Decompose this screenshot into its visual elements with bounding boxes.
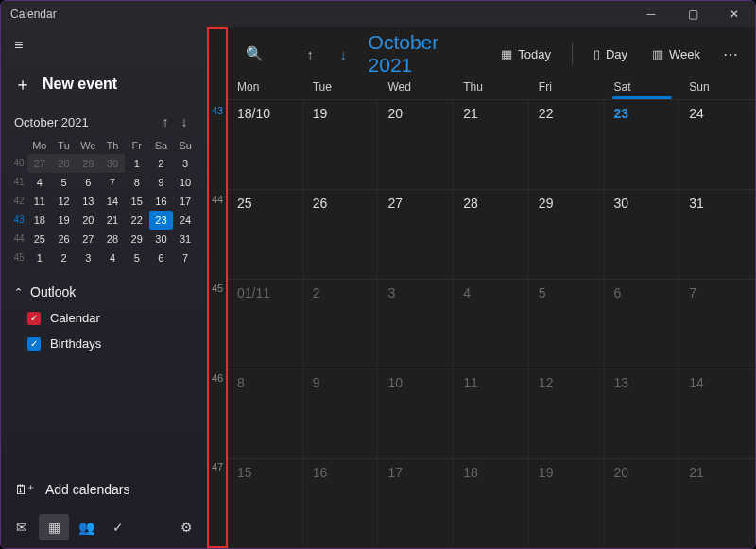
day-cell[interactable]: 15 xyxy=(228,459,303,548)
day-cell[interactable]: 2 xyxy=(303,280,379,369)
day-cell[interactable]: 30 xyxy=(605,190,680,279)
day-cell[interactable]: 20 xyxy=(378,100,454,189)
day-cell[interactable]: 5 xyxy=(529,280,605,369)
day-cell[interactable]: 17 xyxy=(378,459,454,548)
mini-day-cell[interactable]: 7 xyxy=(173,249,198,267)
mini-day-cell[interactable]: 24 xyxy=(173,211,198,230)
mini-day-cell[interactable]: 9 xyxy=(149,173,174,192)
day-cell[interactable]: 13 xyxy=(605,369,680,458)
day-view-button[interactable]: ▯Day xyxy=(586,43,635,65)
mini-day-cell[interactable]: 16 xyxy=(149,192,174,211)
day-cell[interactable]: 22 xyxy=(529,100,605,189)
next-period-arrow[interactable]: ↓ xyxy=(332,41,355,67)
day-cell[interactable]: 4 xyxy=(454,280,529,369)
day-cell[interactable]: 14 xyxy=(679,369,755,458)
day-cell[interactable]: 11 xyxy=(454,369,529,458)
mini-day-cell[interactable]: 2 xyxy=(149,154,174,173)
mini-day-cell[interactable]: 12 xyxy=(52,192,77,211)
day-cell[interactable]: 3 xyxy=(378,280,454,369)
mini-day-cell[interactable]: 22 xyxy=(125,211,149,230)
day-cell[interactable]: 01/11 xyxy=(228,280,303,369)
calendar-icon[interactable]: ▦ xyxy=(39,514,69,540)
mini-day-cell[interactable]: 28 xyxy=(52,154,77,173)
settings-icon[interactable]: ⚙ xyxy=(171,514,201,540)
mini-day-cell[interactable]: 3 xyxy=(76,249,100,267)
day-cell[interactable]: 31 xyxy=(679,190,755,279)
mini-next-month[interactable]: ↓ xyxy=(175,114,194,129)
new-event-button[interactable]: ＋ New event xyxy=(1,63,207,105)
mini-day-cell[interactable]: 30 xyxy=(100,154,125,173)
checkbox-icon[interactable]: ✓ xyxy=(27,337,41,351)
day-cell[interactable]: 20 xyxy=(605,459,680,548)
mini-day-cell[interactable]: 4 xyxy=(27,173,52,192)
mini-day-cell[interactable]: 3 xyxy=(173,154,198,173)
mini-day-cell[interactable]: 17 xyxy=(173,192,198,211)
day-cell[interactable]: 18 xyxy=(454,459,529,548)
day-cell[interactable]: 25 xyxy=(228,190,303,279)
day-cell[interactable]: 9 xyxy=(303,369,379,458)
mini-day-cell[interactable]: 8 xyxy=(125,173,149,192)
day-cell[interactable]: 6 xyxy=(605,280,680,369)
month-title[interactable]: October 2021 xyxy=(369,31,475,77)
week-view-button[interactable]: ▥Week xyxy=(644,43,708,65)
prev-period-arrow[interactable]: ↑ xyxy=(299,41,322,67)
day-cell[interactable]: 27 xyxy=(378,190,454,279)
hamburger-menu[interactable]: ≡ xyxy=(1,27,207,63)
mini-day-cell[interactable]: 27 xyxy=(76,230,100,249)
mini-day-cell[interactable]: 28 xyxy=(100,230,125,249)
mini-day-cell[interactable]: 13 xyxy=(76,192,100,211)
search-icon[interactable]: 🔍 xyxy=(243,41,266,67)
day-cell[interactable]: 12 xyxy=(529,369,605,458)
day-cell[interactable]: 19 xyxy=(303,100,379,189)
day-cell[interactable]: 19 xyxy=(529,459,605,548)
today-button[interactable]: ▦Today xyxy=(493,43,558,65)
mini-day-cell[interactable]: 2 xyxy=(52,249,77,267)
day-cell[interactable]: 28 xyxy=(454,190,529,279)
mini-day-cell[interactable]: 6 xyxy=(149,249,174,267)
day-cell[interactable]: 26 xyxy=(303,190,379,279)
mini-day-cell[interactable]: 15 xyxy=(125,192,149,211)
day-cell[interactable]: 16 xyxy=(303,459,379,548)
mini-day-cell[interactable]: 23 xyxy=(149,211,174,230)
day-cell[interactable]: 29 xyxy=(529,190,605,279)
day-cell[interactable]: 21 xyxy=(679,459,755,548)
calendar-list-item[interactable]: ✓ Calendar xyxy=(1,305,207,331)
mini-day-cell[interactable]: 30 xyxy=(149,230,174,249)
day-cell[interactable]: 10 xyxy=(378,369,454,458)
day-cell[interactable]: 8 xyxy=(228,369,303,458)
day-cell[interactable]: 24 xyxy=(679,100,755,189)
mini-day-cell[interactable]: 21 xyxy=(100,211,125,230)
mini-day-cell[interactable]: 1 xyxy=(27,249,52,267)
todo-icon[interactable]: ✓ xyxy=(103,514,133,540)
mini-day-cell[interactable]: 31 xyxy=(173,230,198,249)
mini-day-cell[interactable]: 11 xyxy=(27,192,52,211)
checkbox-icon[interactable]: ✓ xyxy=(27,312,41,325)
mini-day-cell[interactable]: 14 xyxy=(100,192,125,211)
mini-day-cell[interactable]: 29 xyxy=(125,230,149,249)
mini-day-cell[interactable]: 26 xyxy=(52,230,77,249)
day-cell[interactable]: 7 xyxy=(679,280,755,369)
mini-day-cell[interactable]: 20 xyxy=(76,211,100,230)
more-menu[interactable]: ⋯ xyxy=(717,45,746,63)
people-icon[interactable]: 👥 xyxy=(71,514,101,540)
day-cell[interactable]: 21 xyxy=(454,100,529,189)
mini-day-cell[interactable]: 10 xyxy=(173,173,198,192)
mini-day-cell[interactable]: 27 xyxy=(27,154,52,173)
outlook-section-header[interactable]: ⌃ Outlook xyxy=(1,271,207,305)
mini-day-cell[interactable]: 18 xyxy=(27,211,52,230)
mini-day-cell[interactable]: 19 xyxy=(52,211,77,230)
mini-prev-month[interactable]: ↑ xyxy=(156,114,175,129)
add-calendars-button[interactable]: 🗓︎⁺ Add calendars xyxy=(1,471,207,508)
maximize-button[interactable]: ▢ xyxy=(672,1,713,27)
mini-day-cell[interactable]: 29 xyxy=(76,154,100,173)
mini-day-cell[interactable]: 5 xyxy=(125,249,149,267)
mini-day-cell[interactable]: 25 xyxy=(27,230,52,249)
mini-day-cell[interactable]: 1 xyxy=(125,154,149,173)
day-cell[interactable]: 18/10 xyxy=(228,100,303,189)
minimize-button[interactable]: ─ xyxy=(630,1,672,27)
mail-icon[interactable]: ✉ xyxy=(7,514,37,540)
mini-day-cell[interactable]: 5 xyxy=(52,173,77,192)
close-button[interactable]: ✕ xyxy=(713,1,755,27)
mini-day-cell[interactable]: 7 xyxy=(100,173,125,192)
mini-day-cell[interactable]: 6 xyxy=(76,173,100,192)
